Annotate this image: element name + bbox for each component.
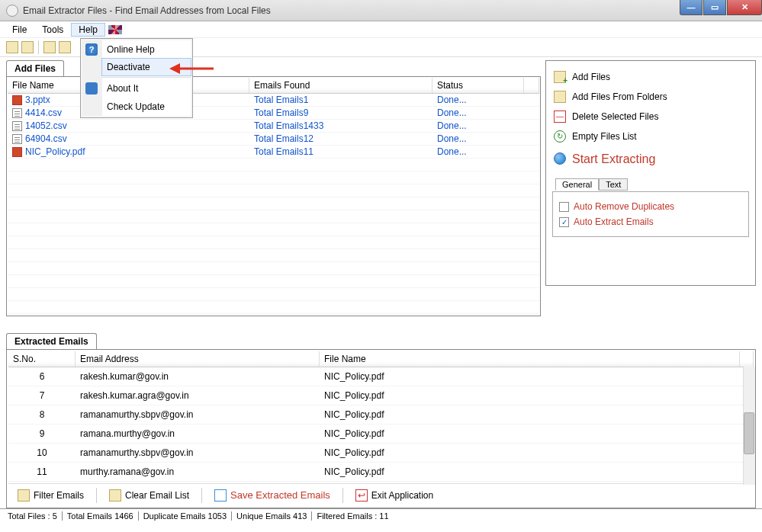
file-name: 4414.csv	[25, 107, 62, 118]
scrollbar-thumb[interactable]	[744, 412, 754, 454]
delete-selected-button[interactable]: — Delete Selected Files	[552, 107, 749, 127]
table-row	[8, 262, 539, 275]
maximize-button[interactable]: ▭	[703, 0, 726, 15]
toolbar-add-file-icon[interactable]	[6, 41, 18, 53]
button-label: Empty Files List	[572, 131, 637, 142]
statusbar: Total Files : 5 Total Emails 1466 Duplic…	[0, 508, 762, 522]
table-row[interactable]: 11murthy.ramana@gov.inNIC_Policy.pdf	[8, 463, 754, 482]
menu-file[interactable]: File	[5, 23, 34, 37]
toolbar-add-folder-icon[interactable]	[21, 41, 34, 53]
add-from-folders-button[interactable]: Add Files From Folders	[552, 87, 749, 107]
menu-check-update[interactable]: Check Update	[102, 98, 191, 116]
table-row[interactable]: 9ramana.murthy@gov.inNIC_Policy.pdf	[8, 425, 754, 444]
start-extracting-button[interactable]: Start Extracting	[552, 146, 749, 170]
bottom-toolbar: Filter Emails Clear Email List Save Extr…	[8, 483, 754, 506]
table-row	[8, 275, 539, 288]
status-total-files: Total Files : 5	[3, 511, 63, 521]
search-icon	[554, 152, 566, 165]
right-panel: Add Files Add Files From Folders — Delet…	[545, 60, 756, 316]
sno: 8	[8, 409, 76, 420]
table-row[interactable]: 64904.csvTotal Emails12Done...	[8, 133, 539, 146]
close-button[interactable]: ✕	[727, 0, 762, 15]
save-extracted-emails-button[interactable]: Save Extracted Emails	[210, 488, 335, 503]
col-status[interactable]: Status	[432, 78, 524, 93]
extracted-section: Extracted Emails S.No. Email Address Fil…	[6, 333, 756, 508]
checkbox-icon	[559, 202, 569, 212]
file-type-icon	[12, 147, 22, 157]
table-row[interactable]: 7rakesh.kumar.agra@gov.inNIC_Policy.pdf	[8, 386, 754, 405]
sno: 10	[8, 447, 76, 458]
exit-application-button[interactable]: Exit Application	[351, 488, 438, 503]
checkbox-auto-extract-emails[interactable]: ✓ Auto Extract Emails	[559, 216, 742, 227]
minimize-button[interactable]: —	[680, 0, 703, 15]
col-sno[interactable]: S.No.	[8, 351, 76, 367]
menu-tools[interactable]: Tools	[34, 23, 71, 37]
table-row	[8, 249, 539, 262]
scrollbar[interactable]	[743, 367, 755, 485]
language-flag-icon[interactable]	[108, 25, 122, 34]
delete-icon: —	[554, 111, 566, 123]
table-row	[8, 301, 539, 314]
file-name: 14052.csv	[25, 120, 67, 131]
options-tabs: General Text Auto Remove Duplicates ✓ Au…	[552, 191, 749, 237]
status-unique-emails: Unique Emails 413	[232, 511, 312, 521]
window-title: Email Extractor Files - Find Email Addre…	[23, 5, 271, 16]
exit-icon	[355, 489, 368, 502]
col-email[interactable]: Email Address	[76, 351, 320, 367]
checkbox-auto-remove-duplicates[interactable]: Auto Remove Duplicates	[559, 201, 742, 212]
table-row	[8, 197, 539, 210]
button-label: Clear Email List	[125, 490, 189, 501]
table-row[interactable]: 14052.csvTotal Emails1433Done...	[8, 120, 539, 133]
table-row[interactable]: 6rakesh.kumar@gov.inNIC_Policy.pdf	[8, 367, 754, 386]
tab-text[interactable]: Text	[599, 178, 628, 191]
tab-extracted-emails[interactable]: Extracted Emails	[6, 333, 97, 349]
menu-item-label: Check Update	[107, 101, 165, 112]
app-icon	[6, 5, 18, 17]
actions-box: Add Files Add Files From Folders — Delet…	[545, 60, 756, 286]
toolbar-btn4-icon[interactable]	[59, 41, 71, 53]
email-address: rakesh.kumar.agra@gov.in	[76, 390, 320, 401]
table-row[interactable]: NIC_Policy.pdfTotal Emails11Done...	[8, 146, 539, 159]
status-duplicate-emails: Duplicate Emails 1053	[139, 511, 232, 521]
clear-email-list-button[interactable]: Clear Email List	[104, 488, 194, 503]
sno: 7	[8, 390, 76, 401]
emails-found: Total Emails1433	[249, 120, 432, 131]
file-name: 64904.csv	[25, 133, 67, 144]
menu-item-label: About It	[107, 83, 138, 94]
button-label: Start Extracting	[572, 150, 655, 166]
toolbar-btn3-icon[interactable]	[43, 41, 56, 53]
button-label: Add Files	[572, 72, 610, 82]
tab-add-files[interactable]: Add Files	[6, 60, 64, 76]
menu-deactivate[interactable]: Deactivate	[101, 58, 191, 76]
status: Done...	[432, 120, 524, 131]
sno: 11	[8, 466, 76, 477]
status-total-emails: Total Emails 1466	[63, 511, 139, 521]
empty-list-button[interactable]: Empty Files List	[552, 127, 749, 146]
file-name: NIC_Policy.pdf	[320, 466, 740, 477]
email-address: rakesh.kumar@gov.in	[76, 371, 320, 382]
col-file[interactable]: File Name	[320, 351, 740, 367]
tab-general[interactable]: General	[555, 178, 599, 191]
about-icon	[85, 82, 98, 95]
status: Done...	[432, 133, 524, 144]
emails-found: Total Emails11	[249, 146, 432, 157]
table-row	[8, 210, 539, 223]
add-files-button[interactable]: Add Files	[552, 67, 749, 87]
menu-help[interactable]: Help	[71, 23, 105, 37]
status-filtered-emails: Filtered Emails : 11	[312, 511, 393, 521]
file-type-icon	[12, 108, 22, 118]
email-address: murthy.ramana@gov.in	[76, 466, 320, 477]
toolbar-separator	[38, 40, 39, 54]
checkbox-label: Auto Extract Emails	[574, 216, 654, 227]
table-row[interactable]: 10ramanamurthy.sbpv@gov.inNIC_Policy.pdf	[8, 444, 754, 463]
table-row[interactable]: 8ramanamurthy.sbpv@gov.inNIC_Policy.pdf	[8, 405, 754, 425]
menu-about[interactable]: About It	[102, 79, 191, 98]
help-icon: ?	[85, 43, 98, 56]
checkbox-label: Auto Remove Duplicates	[574, 201, 674, 212]
status: Done...	[432, 107, 524, 118]
col-emails-found[interactable]: Emails Found	[249, 78, 432, 93]
filter-emails-button[interactable]: Filter Emails	[13, 488, 88, 503]
menu-online-help[interactable]: ? Online Help	[102, 40, 191, 59]
help-dropdown: ? Online Help Deactivate About It Check …	[80, 38, 193, 118]
button-label: Delete Selected Files	[572, 111, 658, 122]
